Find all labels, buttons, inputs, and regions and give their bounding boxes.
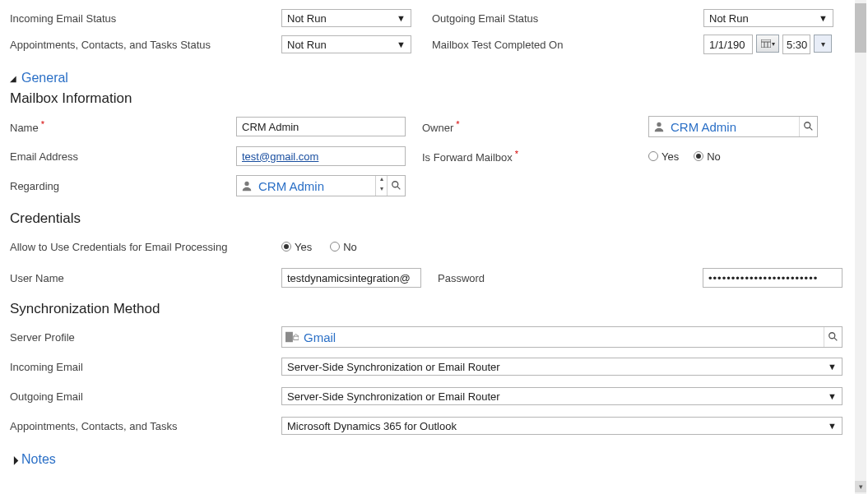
password-label: Password [438,272,703,284]
person-icon [652,120,666,133]
server-profile-icon [285,330,299,344]
scrollbar-down-button[interactable]: ▾ [855,481,866,492]
svg-point-12 [829,333,834,339]
chevron-down-icon: ▼ [828,391,837,401]
radio-icon [694,151,703,161]
section-general-header[interactable]: ◢ General [10,71,858,85]
allow-radio-group: Yes No [281,241,357,253]
outgoing-email-row: Outgoing Email Server-Side Synchronizati… [10,385,858,408]
regarding-row: Regarding CRM Admin ▴ ▾ [10,174,858,197]
expand-icon: ◢ [7,454,18,464]
search-icon [803,121,815,132]
test-completed-label: Mailbox Test Completed On [432,39,703,51]
search-icon [828,331,839,343]
svg-point-8 [392,182,397,187]
sync-subhead: Synchronization Method [10,301,858,317]
isforward-label: Is Forward Mailbox * [422,149,648,164]
incoming-status-value: Not Run [287,12,327,25]
lookup-search-button[interactable] [824,327,842,347]
act-status-label: Appointments, Contacts, and Tasks Status [10,39,281,51]
allow-no-label: No [343,241,357,253]
regarding-label: Regarding [10,180,236,192]
svg-rect-10 [285,332,293,342]
owner-lookup[interactable]: CRM Admin [648,116,818,137]
calendar-icon [761,39,771,48]
name-label: Name * [10,119,236,134]
test-completed-date-input[interactable]: 1/1/190 [703,35,753,54]
username-label: User Name [10,272,281,284]
svg-rect-0 [761,39,771,48]
chevron-down-icon: ▾ [376,186,387,196]
radio-icon [281,242,291,252]
outgoing-email-value: Server-Side Synchronization or Email Rou… [287,390,500,403]
allow-no-radio[interactable]: No [330,241,357,253]
search-icon [391,180,402,192]
password-value: •••••••••••••••••••••••• [708,272,818,284]
incoming-email-row: Incoming Email Server-Side Synchronizati… [10,355,858,378]
regarding-spinner[interactable]: ▴ ▾ [375,176,387,196]
collapse-icon: ◢ [10,74,16,83]
chevron-down-icon: ▼ [819,13,828,23]
owner-label: Owner * [422,119,648,134]
svg-point-7 [244,182,248,186]
isforward-label-text: Is Forward Mailbox [422,151,513,164]
isforward-no-radio[interactable]: No [694,150,721,163]
outgoing-status-select[interactable]: Not Run ▼ [703,9,833,27]
outgoing-email-label: Outgoing Email [10,390,281,403]
lookup-search-button[interactable] [799,117,817,136]
server-profile-label: Server Profile [10,331,281,344]
section-notes-header[interactable]: ◢ Notes [10,452,858,467]
outgoing-email-select[interactable]: Server-Side Synchronization or Email Rou… [281,387,842,405]
incoming-email-label: Incoming Email [10,361,281,373]
incoming-status-select[interactable]: Not Run ▼ [281,9,411,27]
isforward-yes-radio[interactable]: Yes [648,150,679,163]
owner-value: CRM Admin [671,120,799,134]
isforward-yes-label: Yes [661,150,679,163]
act-select[interactable]: Microsoft Dynamics 365 for Outlook ▼ [281,417,842,435]
regarding-lookup[interactable]: CRM Admin ▴ ▾ [236,175,406,196]
act-value: Microsoft Dynamics 365 for Outlook [287,420,457,432]
top-row-2: Appointments, Contacts, and Tasks Status… [10,33,858,56]
username-input[interactable]: testdynamicsintegration@ [281,268,421,288]
svg-line-9 [397,187,400,190]
section-general-title: General [21,71,68,85]
incoming-status-label: Incoming Email Status [10,12,281,25]
vertical-scrollbar[interactable] [855,0,866,494]
date-picker-button[interactable]: ▾ [756,35,779,53]
test-completed-time-input[interactable]: 5:30 [782,35,810,54]
svg-point-5 [804,122,810,128]
user-pass-row: User Name testdynamicsintegration@ Passw… [10,266,858,289]
time-picker-button[interactable]: ▾ [814,35,832,53]
allow-yes-radio[interactable]: Yes [281,241,312,253]
incoming-email-select[interactable]: Server-Side Synchronization or Email Rou… [281,358,842,376]
lookup-search-button[interactable] [387,176,405,196]
email-label: Email Address [10,150,236,163]
chevron-down-icon: ▼ [397,39,406,49]
radio-icon [648,151,658,161]
server-profile-lookup[interactable]: Gmail [281,326,842,348]
allow-yes-label: Yes [295,241,312,253]
svg-line-6 [809,127,812,131]
outgoing-status-value: Not Run [709,12,749,25]
name-input[interactable]: CRM Admin [236,117,406,136]
credentials-subhead: Credentials [10,210,858,227]
svg-rect-11 [294,336,299,339]
act-label: Appointments, Contacts, and Tasks [10,420,281,432]
act-row: Appointments, Contacts, and Tasks Micros… [10,414,858,437]
isforward-no-label: No [707,150,721,163]
email-value[interactable]: test@gmail.com [242,150,318,163]
server-profile-value: Gmail [304,330,824,344]
svg-line-13 [833,338,837,341]
mailbox-info-subhead: Mailbox Information [10,90,858,107]
chevron-down-icon: ▼ [397,13,406,23]
svg-point-4 [657,122,661,127]
allow-credentials-row: Allow to Use Credentials for Email Proce… [10,235,858,258]
test-completed-time-value: 5:30 [787,39,807,51]
email-input[interactable]: test@gmail.com [236,146,406,166]
chevron-down-icon: ▼ [828,362,837,372]
scrollbar-thumb[interactable] [855,3,866,53]
act-status-select[interactable]: Not Run ▼ [281,35,411,53]
password-input[interactable]: •••••••••••••••••••••••• [703,268,842,288]
owner-label-text: Owner [422,122,453,134]
test-completed-control: 1/1/190 ▾ 5:30 ▾ [703,35,832,54]
